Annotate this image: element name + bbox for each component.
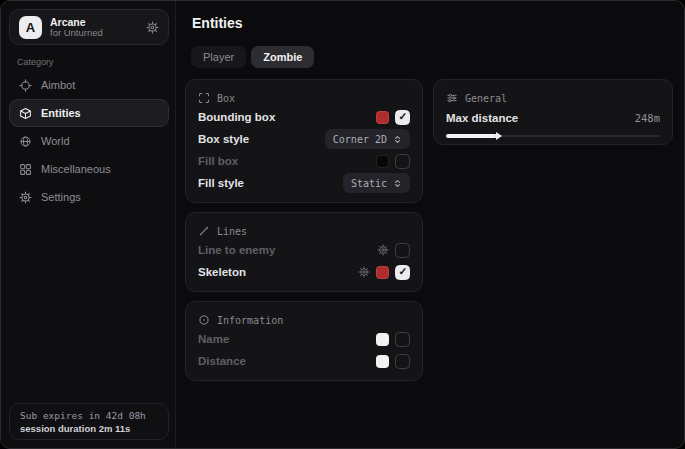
general-card: General Max distance 248m	[433, 79, 673, 145]
app-logo: A	[19, 16, 42, 39]
card-title: Lines	[217, 226, 247, 237]
app-window: A Arcane for Unturned Category A	[0, 0, 685, 449]
focus-circle-icon	[198, 314, 210, 326]
session-duration-text: session duration 2m 11s	[20, 423, 158, 434]
name-row: Name	[198, 328, 410, 350]
row-label: Max distance	[446, 112, 518, 124]
card-title: General	[465, 93, 507, 104]
tab-zombie[interactable]: Zombie	[251, 46, 314, 68]
dropdown-value: Corner 2D	[333, 134, 387, 145]
row-label: Distance	[198, 355, 246, 367]
general-card-header: General	[446, 90, 660, 106]
fill-style-dropdown[interactable]: Static	[343, 173, 410, 193]
scan-corners-icon	[198, 92, 210, 104]
lines-card-header: Lines	[198, 223, 410, 239]
cube-icon	[19, 107, 32, 120]
category-label: Category	[17, 57, 54, 67]
bounding-box-row: Bounding box	[198, 106, 410, 128]
subscription-status-card: Sub expires in 42d 08h session duration …	[9, 403, 169, 440]
information-card: Information Name Distance	[185, 301, 423, 381]
sub-expiry-text: Sub expires in 42d 08h	[20, 410, 158, 421]
name-checkbox[interactable]	[395, 332, 410, 347]
max-distance-row: Max distance 248m	[446, 108, 660, 128]
sidebar-item-label: World	[41, 135, 70, 147]
entity-tabs: Player Zombie	[191, 46, 314, 68]
distance-checkbox[interactable]	[395, 354, 410, 369]
sidebar-item-aimbot[interactable]: Aimbot	[9, 71, 169, 99]
row-label: Box style	[198, 133, 249, 145]
dropdown-value: Static	[351, 178, 387, 189]
main-panel: Entities Player Zombie Box Bounding box	[176, 1, 685, 449]
gear-icon[interactable]	[358, 266, 370, 278]
box-card: Box Bounding box Box style Corner 2D	[185, 79, 423, 203]
sidebar-item-label: Settings	[41, 191, 81, 203]
row-label: Bounding box	[198, 111, 275, 123]
gear-icon[interactable]	[377, 244, 389, 256]
skeleton-row: Skeleton	[198, 261, 410, 283]
brand-text: Arcane for Unturned	[50, 16, 103, 39]
color-swatch[interactable]	[376, 333, 389, 346]
app-subtitle: for Unturned	[50, 28, 103, 39]
box-style-row: Box style Corner 2D	[198, 128, 410, 150]
gear-icon	[19, 191, 32, 204]
sidebar-item-settings[interactable]: Settings	[9, 183, 169, 211]
crosshair-icon	[19, 79, 32, 92]
sidebar-item-label: Entities	[41, 107, 81, 119]
fill-style-row: Fill style Static	[198, 172, 410, 194]
globe-icon	[19, 135, 32, 148]
distance-row: Distance	[198, 350, 410, 372]
sidebar-item-label: Miscellaneous	[41, 163, 111, 175]
chevron-up-down-icon	[393, 179, 402, 188]
page-title: Entities	[192, 15, 243, 31]
tab-player[interactable]: Player	[191, 46, 246, 68]
chevron-up-down-icon	[393, 135, 402, 144]
max-distance-slider[interactable]	[446, 131, 660, 141]
box-card-header: Box	[198, 90, 410, 106]
box-style-dropdown[interactable]: Corner 2D	[325, 129, 410, 149]
color-swatch[interactable]	[376, 111, 389, 124]
tab-label: Player	[203, 51, 234, 63]
sidebar: A Arcane for Unturned Category A	[1, 1, 176, 448]
lines-card: Lines Line to enemy Skeleton	[185, 212, 423, 292]
bounding-box-checkbox[interactable]	[395, 110, 410, 125]
row-label: Name	[198, 333, 229, 345]
fill-box-checkbox[interactable]	[395, 154, 410, 169]
row-label: Line to enemy	[198, 244, 275, 256]
sidebar-nav: Aimbot Entities World	[9, 71, 169, 211]
row-label: Fill box	[198, 155, 238, 167]
sidebar-item-entities[interactable]: Entities	[9, 99, 169, 127]
sidebar-item-miscellaneous[interactable]: Miscellaneous	[9, 155, 169, 183]
color-swatch[interactable]	[376, 266, 389, 279]
line-to-enemy-row: Line to enemy	[198, 239, 410, 261]
row-label: Fill style	[198, 177, 244, 189]
tab-label: Zombie	[263, 51, 302, 63]
sidebar-item-world[interactable]: World	[9, 127, 169, 155]
sliders-icon	[446, 92, 458, 104]
app-name: Arcane	[50, 16, 103, 28]
row-label: Skeleton	[198, 266, 246, 278]
sidebar-item-label: Aimbot	[41, 79, 75, 91]
fill-box-row: Fill box	[198, 150, 410, 172]
skeleton-checkbox[interactable]	[395, 265, 410, 280]
gear-icon[interactable]	[146, 21, 159, 34]
grid-icon	[19, 163, 32, 176]
diagonal-line-icon	[198, 225, 210, 237]
color-swatch[interactable]	[376, 355, 389, 368]
brand-card: A Arcane for Unturned	[9, 9, 169, 45]
slider-fill-and-thumb[interactable]	[446, 134, 497, 138]
max-distance-value: 248m	[635, 112, 660, 124]
line-to-enemy-checkbox[interactable]	[395, 243, 410, 258]
information-card-header: Information	[198, 312, 410, 328]
color-swatch[interactable]	[376, 155, 389, 168]
card-title: Information	[217, 315, 283, 326]
card-title: Box	[217, 93, 235, 104]
